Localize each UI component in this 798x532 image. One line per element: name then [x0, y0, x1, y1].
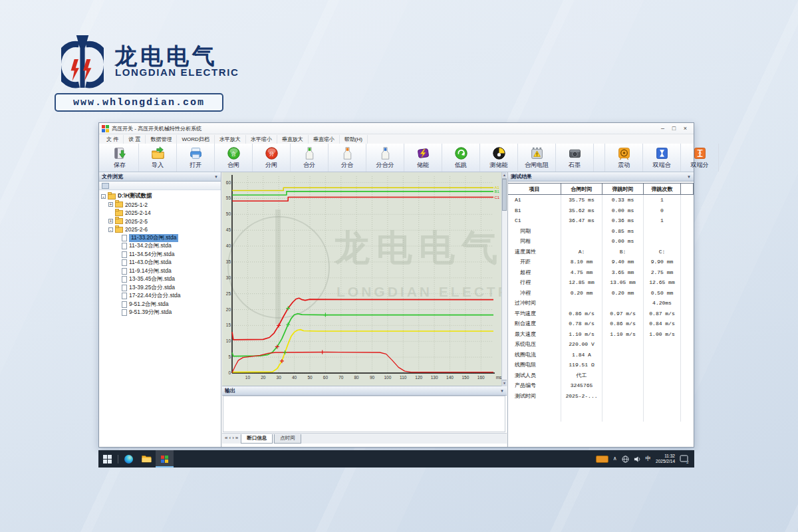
- tree-file[interactable]: 11-43.0合闸.stda: [99, 259, 221, 267]
- scroll-thumb[interactable]: [502, 179, 507, 211]
- minimize-button[interactable]: –: [657, 125, 668, 132]
- svg-text:2: 2: [686, 460, 689, 464]
- folder-icon: [115, 201, 123, 207]
- menu-item-3[interactable]: 数据管理: [146, 135, 177, 144]
- open-op-button[interactable]: 分分闸: [253, 144, 291, 172]
- ime-indicator[interactable]: 中: [646, 455, 652, 463]
- open-close-button[interactable]: 分合: [329, 144, 366, 172]
- tree-root[interactable]: -D:\H测试数据: [99, 192, 221, 201]
- expand-toggle-icon[interactable]: -: [101, 194, 106, 199]
- maximize-button[interactable]: □: [668, 125, 680, 132]
- dual-open-button[interactable]: 双端分: [681, 144, 719, 172]
- expand-toggle-icon[interactable]: +: [108, 202, 113, 207]
- menu-item-5[interactable]: 水平放大: [215, 135, 246, 144]
- chevron-down-icon[interactable]: ▼: [687, 175, 691, 179]
- svg-text:20: 20: [261, 375, 266, 380]
- menu-item-1[interactable]: 文 件: [102, 135, 124, 144]
- tree-file[interactable]: 11-9.14分闸.stda: [99, 267, 221, 276]
- folder-icon: [115, 210, 123, 216]
- energy-store-icon: [416, 146, 430, 160]
- closing-resistor-button[interactable]: 合闸电阻: [518, 144, 556, 172]
- scroll-up-icon[interactable]: ▲: [502, 172, 507, 179]
- expand-toggle-icon[interactable]: -: [108, 227, 113, 232]
- tree-toolbar-folder-icon[interactable]: [102, 183, 109, 189]
- dual-close-button[interactable]: 双端合: [643, 144, 681, 172]
- tab-2[interactable]: 点时间: [274, 434, 301, 444]
- svg-text:C1: C1: [495, 196, 500, 200]
- open-close-open-button[interactable]: 分合分: [366, 144, 404, 172]
- tree-file[interactable]: 11-33.20合闸.stda: [99, 234, 221, 243]
- graphite-button[interactable]: 石墨: [556, 144, 594, 172]
- file-icon: [122, 301, 127, 308]
- start-button[interactable]: [98, 450, 116, 467]
- tree-folder[interactable]: +2025-2-5: [99, 217, 221, 226]
- waveform-chart[interactable]: 龙电电气 LONGDIAN ELECTRIC 05101520253035404…: [222, 172, 501, 386]
- tabs: 断口信息点时间: [241, 434, 303, 444]
- tray-app-icon[interactable]: [596, 456, 608, 463]
- menu-item-8[interactable]: 垂直缩小: [309, 135, 340, 144]
- tab-1[interactable]: 断口信息: [241, 434, 273, 444]
- tree-file[interactable]: 17-22.44分合分.stda: [99, 292, 221, 301]
- scroll-down-icon[interactable]: ▼: [502, 380, 507, 386]
- close-button[interactable]: ×: [680, 125, 691, 132]
- tree-file[interactable]: 11-34.2合闸.stda: [99, 242, 221, 251]
- tree-file[interactable]: 13-35.45合闸.stda: [99, 275, 221, 284]
- file-explorer-button[interactable]: [138, 450, 156, 467]
- table-row: 线圈电流1.84 A: [508, 350, 694, 360]
- taskbar-separator: [118, 455, 118, 464]
- menu-item-9[interactable]: 帮助(H): [340, 135, 368, 144]
- menu-item-4[interactable]: WORD归档: [177, 135, 214, 144]
- folder-icon: [108, 194, 116, 200]
- close-op-button[interactable]: 合合闸: [215, 144, 253, 172]
- save-button[interactable]: 保存: [101, 144, 139, 172]
- close-open-button[interactable]: 合分: [291, 144, 329, 172]
- expand-toggle-icon[interactable]: +: [108, 219, 113, 223]
- svg-text:120: 120: [415, 375, 422, 380]
- app-icon: [102, 125, 109, 132]
- vibration-button[interactable]: 震动: [604, 144, 643, 172]
- svg-text:90: 90: [370, 375, 375, 380]
- menu-item-7[interactable]: 垂直放大: [277, 135, 309, 144]
- tree-file[interactable]: 9-51.2合闸.stda: [99, 301, 221, 309]
- menu-item-2[interactable]: 设 置: [124, 135, 146, 144]
- chevron-down-icon[interactable]: ▼: [214, 175, 218, 179]
- low-trip-button[interactable]: 低跳: [442, 144, 480, 172]
- svg-text:25: 25: [226, 291, 231, 296]
- table-row: 行程12.85 mm13.05 mm12.65 mm: [508, 277, 694, 288]
- speaker-icon[interactable]: [634, 456, 641, 463]
- file-browser-panel: 文件浏览 ▼ -D:\H测试数据+2025-1-22025-2-14+2025-…: [99, 172, 221, 447]
- tree-folder[interactable]: 2025-2-14: [99, 209, 221, 217]
- network-globe-icon[interactable]: [622, 456, 629, 463]
- app-window: 高压开关 - 高压开关机械特性分析系统 – □ × 文 件设 置数据管理WORD…: [98, 122, 694, 448]
- open-button[interactable]: 打开: [177, 144, 215, 172]
- chevron-down-icon[interactable]: ▼: [500, 389, 504, 393]
- analysis-app-button[interactable]: [156, 450, 174, 467]
- tray-expand-icon[interactable]: ∧: [613, 456, 617, 462]
- chart-scrollbar[interactable]: ▲ ▼: [501, 172, 507, 386]
- tree-toolbar: [99, 182, 221, 190]
- last-tab-icon[interactable]: »: [235, 435, 238, 442]
- notification-icon[interactable]: 2: [680, 455, 690, 464]
- table-row: 平均速度0.86 m/s0.97 m/s0.87 m/s: [508, 309, 694, 319]
- output-panel-body: [223, 396, 505, 432]
- open-close-icon: [340, 146, 354, 160]
- edge-browser-button[interactable]: [120, 450, 138, 467]
- file-icon: [122, 276, 127, 283]
- tree-file[interactable]: 11-34.54分闸.stda: [99, 251, 221, 259]
- chart-canvas[interactable]: 0510152025303540455055601020304050607080…: [222, 172, 501, 386]
- measure-energy-button[interactable]: 测储能: [480, 144, 518, 172]
- tree-file[interactable]: 13-39.25合分.stda: [99, 284, 221, 293]
- energy-store-button[interactable]: 储能: [404, 144, 442, 172]
- import-button[interactable]: 导入: [139, 144, 177, 172]
- menu-item-6[interactable]: 水平缩小: [246, 135, 277, 144]
- tree-folder[interactable]: +2025-1-2: [99, 201, 221, 209]
- next-tab-icon[interactable]: ›: [232, 435, 234, 442]
- tree-file[interactable]: 9-51.39分闸.stda: [99, 309, 221, 317]
- tree-folder[interactable]: -2025-2-6: [99, 225, 221, 234]
- clock[interactable]: 11:32 2025/2/14: [656, 454, 675, 464]
- file-panel-title: 文件浏览: [102, 173, 123, 180]
- windows-logo-icon: [103, 455, 112, 464]
- prev-tab-icon[interactable]: ‹: [229, 435, 231, 442]
- first-tab-icon[interactable]: «: [225, 435, 227, 442]
- tab-nav-buttons: « ‹ › »: [225, 435, 238, 442]
